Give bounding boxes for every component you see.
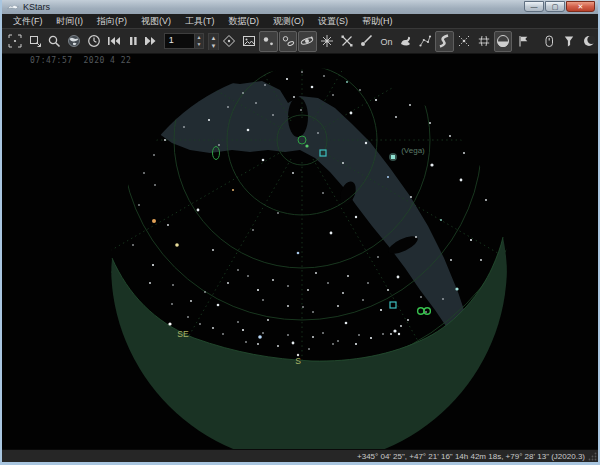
toggle-satellites-button[interactable] bbox=[337, 31, 356, 52]
star bbox=[277, 345, 279, 347]
toggle-flags-button[interactable] bbox=[513, 31, 532, 52]
star bbox=[301, 71, 303, 73]
minimize-button[interactable]: — bbox=[524, 1, 544, 12]
resize-grip[interactable] bbox=[588, 452, 597, 461]
menu-tools[interactable]: 工具(T) bbox=[178, 14, 222, 28]
geolocation-icon bbox=[67, 34, 81, 48]
star bbox=[330, 232, 333, 235]
menu-view[interactable]: 视图(V) bbox=[134, 14, 178, 28]
close-button[interactable]: ✕ bbox=[566, 1, 595, 12]
star bbox=[377, 256, 379, 258]
menu-file[interactable]: 文件(F) bbox=[6, 14, 50, 28]
toggle-constellation-names-button[interactable]: On bbox=[376, 31, 395, 52]
maximize-button[interactable]: ▢ bbox=[545, 1, 565, 12]
time-step-back-button[interactable] bbox=[104, 31, 123, 52]
spin-up-icon[interactable]: ▲ bbox=[195, 34, 203, 41]
star bbox=[425, 311, 427, 313]
geolocation-button[interactable] bbox=[65, 31, 84, 52]
sky-canvas[interactable]: (Vega)SES bbox=[2, 54, 598, 449]
star bbox=[362, 299, 364, 301]
star bbox=[286, 78, 288, 80]
time-step-forward-button[interactable] bbox=[143, 31, 162, 52]
toggle-equatorial-grid-button[interactable] bbox=[455, 31, 474, 52]
window-title: KStars bbox=[23, 0, 50, 14]
star bbox=[358, 334, 360, 336]
sky-disc bbox=[57, 54, 547, 449]
star bbox=[208, 119, 210, 121]
toggle-milky-way-button[interactable] bbox=[435, 31, 454, 52]
star bbox=[305, 144, 308, 147]
star bbox=[190, 300, 192, 302]
toggle-deep-sky-button[interactable] bbox=[279, 31, 298, 52]
time-step-value: 1 bbox=[165, 34, 194, 48]
sky-label: (Vega) bbox=[401, 146, 425, 155]
toggle-comets-button[interactable] bbox=[357, 31, 376, 52]
export-image-button[interactable] bbox=[239, 31, 258, 52]
star bbox=[227, 282, 229, 284]
zoom-select-button[interactable] bbox=[26, 31, 45, 52]
menu-time[interactable]: 时间(I) bbox=[50, 14, 91, 28]
object-marker-square[interactable] bbox=[115, 164, 122, 171]
star bbox=[312, 336, 314, 338]
toggle-constellation-lines-button[interactable] bbox=[416, 31, 435, 52]
star bbox=[359, 89, 361, 91]
toggle-horizontal-grid-button[interactable] bbox=[474, 31, 493, 52]
grid-radial-line bbox=[180, 159, 292, 352]
menu-pointing[interactable]: 指向(P) bbox=[90, 14, 134, 28]
star bbox=[429, 122, 431, 124]
time-pause-icon bbox=[126, 34, 140, 48]
time-step-forward-icon bbox=[145, 34, 159, 48]
grid-radial-line bbox=[90, 151, 283, 263]
star bbox=[367, 282, 369, 284]
time-step-input[interactable]: 1▲▼ bbox=[164, 33, 204, 49]
object-marker-double[interactable] bbox=[418, 308, 424, 314]
menu-help[interactable]: 帮助(H) bbox=[355, 14, 400, 28]
observation-planner-icon bbox=[562, 34, 576, 48]
menu-data[interactable]: 数据(D) bbox=[222, 14, 267, 28]
title-bar[interactable]: KStars — ▢ ✕ bbox=[2, 0, 598, 14]
star bbox=[154, 184, 156, 186]
star bbox=[485, 199, 487, 201]
toggle-ground-button[interactable] bbox=[494, 31, 513, 52]
star bbox=[132, 244, 134, 246]
time-step-unit-stepper[interactable]: ▲▼ bbox=[208, 33, 219, 50]
toggle-satellites-icon bbox=[340, 34, 354, 48]
star bbox=[308, 348, 310, 350]
toggle-stars-button[interactable] bbox=[259, 31, 278, 52]
star bbox=[342, 162, 344, 164]
zoom-fit-button[interactable] bbox=[6, 31, 25, 52]
star bbox=[153, 154, 155, 156]
menu-observation[interactable]: 观测(O) bbox=[266, 14, 311, 28]
object-marker-double[interactable] bbox=[424, 308, 430, 314]
toggle-solar-system-button[interactable] bbox=[298, 31, 317, 52]
whats-interesting-button[interactable] bbox=[540, 31, 559, 52]
star bbox=[242, 92, 244, 94]
menu-settings[interactable]: 设置(S) bbox=[311, 14, 355, 28]
toggle-milky-way-icon bbox=[437, 34, 451, 48]
whats-interesting-icon bbox=[542, 34, 556, 48]
star bbox=[347, 275, 349, 277]
find-object-button[interactable] bbox=[45, 31, 64, 52]
star bbox=[175, 243, 179, 247]
time-step-spin-buttons[interactable]: ▲▼ bbox=[194, 34, 203, 48]
night-vision-button[interactable] bbox=[579, 31, 598, 52]
unit-down-icon[interactable]: ▼ bbox=[209, 42, 218, 50]
focus-object-button[interactable] bbox=[220, 31, 239, 52]
star bbox=[152, 264, 154, 266]
observation-planner-button[interactable] bbox=[560, 31, 579, 52]
time-to-now-button[interactable] bbox=[84, 31, 103, 52]
time-pause-button[interactable] bbox=[123, 31, 142, 52]
star bbox=[480, 259, 482, 261]
zoom-fit-icon bbox=[8, 34, 22, 48]
toggle-constellation-art-button[interactable] bbox=[396, 31, 415, 52]
star bbox=[302, 306, 304, 308]
star bbox=[247, 129, 250, 132]
milky-way-band bbox=[145, 81, 472, 346]
sky-map[interactable]: (Vega)SES 07:47:572020 4 22 bbox=[2, 54, 598, 449]
star bbox=[267, 319, 269, 321]
toggle-supernovae-button[interactable] bbox=[318, 31, 337, 52]
spin-down-icon[interactable]: ▼ bbox=[195, 41, 203, 48]
object-marker-square[interactable] bbox=[390, 302, 396, 308]
star bbox=[171, 303, 173, 305]
unit-up-icon[interactable]: ▲ bbox=[209, 34, 218, 42]
